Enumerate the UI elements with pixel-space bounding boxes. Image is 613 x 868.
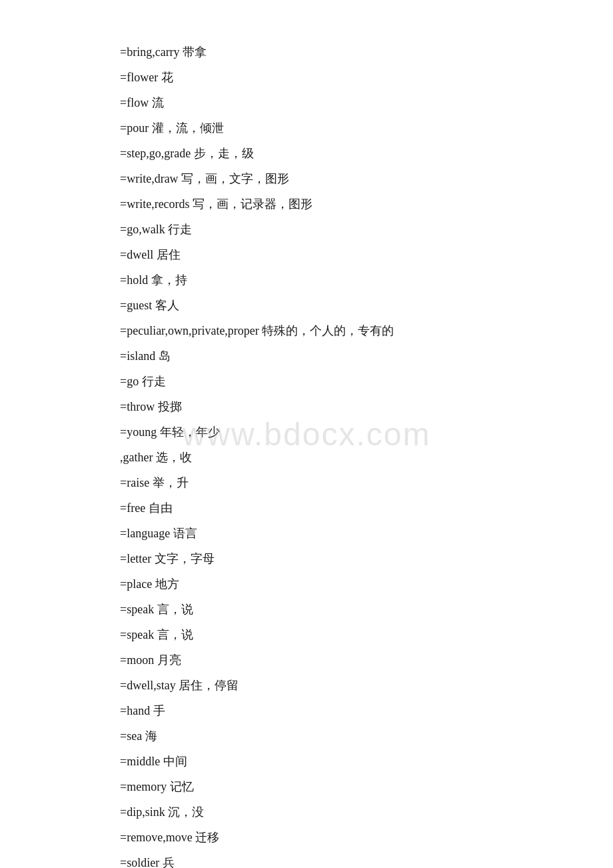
list-item: =guest 客人 (120, 293, 493, 317)
list-item: =step,go,grade 步，走，级 (120, 141, 493, 165)
list-item: =free 自由 (120, 496, 493, 520)
list-item: =middle 中间 (120, 749, 493, 773)
list-item: =raise 举，升 (120, 471, 493, 495)
list-item: =letter 文字，字母 (120, 547, 493, 571)
list-item: =sea 海 (120, 724, 493, 748)
list-item: =dwell,stay 居住，停留 (120, 673, 493, 697)
list-item: =young 年轻，年少 (120, 420, 493, 444)
list-item: =dwell 居住 (120, 243, 493, 267)
list-item: =speak 言，说 (120, 597, 493, 621)
list-item: =speak 言，说 (120, 623, 493, 647)
list-item: =flower 花 (120, 65, 493, 89)
main-content: =bring,carry 带拿=flower 花=flow 流=pour 灌，流… (0, 0, 613, 868)
list-item: ,gather 选，收 (120, 445, 493, 469)
list-item: =bring,carry 带拿 (120, 40, 493, 64)
list-item: =hold 拿，持 (120, 268, 493, 292)
list-item: =language 语言 (120, 521, 493, 545)
list-item: =place 地方 (120, 572, 493, 596)
list-item: =throw 投掷 (120, 395, 493, 419)
list-item: =write,records 写，画，记录器，图形 (120, 192, 493, 216)
list-item: =pour 灌，流，倾泄 (120, 116, 493, 140)
list-item: =dip,sink 沉，没 (120, 800, 493, 824)
list-item: =soldier 兵 (120, 851, 493, 868)
list-item: =go 行走 (120, 369, 493, 393)
list-item: =remove,move 迁移 (120, 825, 493, 849)
list-item: =flow 流 (120, 91, 493, 115)
list-item: =island 岛 (120, 344, 493, 368)
list-item: =memory 记忆 (120, 775, 493, 799)
list-item: =hand 手 (120, 699, 493, 723)
list-item: =peculiar,own,private,proper 特殊的，个人的，专有的 (120, 319, 493, 343)
list-item: =moon 月亮 (120, 648, 493, 672)
list-item: =go,walk 行走 (120, 217, 493, 241)
list-item: =write,draw 写，画，文字，图形 (120, 167, 493, 191)
